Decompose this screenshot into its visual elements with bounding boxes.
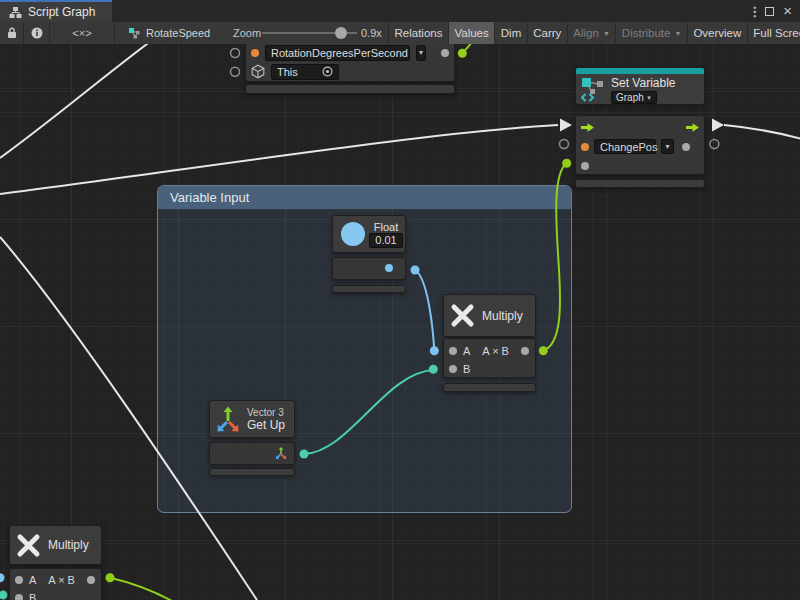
port-result[interactable] bbox=[521, 347, 529, 355]
wire-white-from-setvariable[interactable] bbox=[724, 125, 800, 139]
menu-kebab-icon[interactable]: ⋮ bbox=[748, 4, 756, 19]
target-object-field[interactable]: This bbox=[271, 64, 339, 80]
tab-title: Script Graph bbox=[28, 5, 95, 19]
variable-dropdown-arrow[interactable]: ▼ bbox=[416, 45, 426, 61]
code-view-button[interactable]: <×> bbox=[50, 22, 115, 44]
lock-icon bbox=[7, 27, 17, 39]
lock-button[interactable] bbox=[0, 22, 24, 44]
graph-canvas[interactable]: Variable Input bbox=[0, 44, 800, 600]
node-footer bbox=[575, 179, 705, 188]
align-button[interactable]: Align▼ bbox=[568, 22, 617, 44]
variable-dropdown-arrow[interactable]: ▼ bbox=[661, 139, 674, 154]
float-icon bbox=[341, 222, 365, 246]
node-type: Vector 3 bbox=[247, 407, 285, 418]
vector3-icon bbox=[213, 404, 243, 434]
node-float[interactable]: Float 0.01 bbox=[332, 215, 406, 293]
code-icon: <×> bbox=[72, 27, 91, 39]
values-button[interactable]: Values bbox=[449, 22, 495, 44]
zoom-value: 0.9x bbox=[361, 27, 382, 39]
variable-name-dropdown[interactable]: ChangePos bbox=[594, 139, 656, 154]
wire-white-topleft[interactable] bbox=[0, 44, 155, 158]
node-title: Get Up bbox=[247, 418, 285, 432]
node-title: Multiply bbox=[482, 309, 523, 323]
unity-script-graph-window: Script Graph ⋮ × <×> bbox=[0, 0, 800, 600]
info-icon bbox=[31, 27, 43, 39]
relations-button[interactable]: Relations bbox=[389, 22, 449, 44]
wire-green-top[interactable] bbox=[462, 44, 475, 53]
port-out-value[interactable] bbox=[682, 143, 690, 151]
wire-arrowhead-in bbox=[560, 119, 572, 132]
variable-kind-dropdown[interactable]: Graph▼ bbox=[611, 91, 657, 104]
graph-asset[interactable]: RotateSpeed bbox=[128, 22, 210, 44]
close-icon[interactable]: × bbox=[783, 6, 792, 16]
carry-button[interactable]: Carry bbox=[528, 22, 568, 44]
port-b[interactable] bbox=[449, 365, 457, 373]
node-title: Multiply bbox=[48, 538, 89, 552]
set-variable-icon bbox=[580, 76, 606, 102]
float-value-input[interactable]: 0.01 bbox=[369, 233, 403, 248]
port-input-value[interactable] bbox=[581, 162, 589, 170]
group-title: Variable Input bbox=[170, 190, 249, 205]
overview-button[interactable]: Overview bbox=[688, 22, 748, 44]
node-set-variable[interactable]: Set Variable Graph▼ ChangePos ▼ bbox=[575, 67, 705, 189]
flow-in-arrow[interactable] bbox=[581, 123, 594, 132]
port-float-out[interactable] bbox=[385, 264, 393, 272]
port-variable-name[interactable] bbox=[251, 49, 259, 57]
port-variable-name[interactable] bbox=[581, 143, 589, 151]
wire-green-bottom[interactable] bbox=[110, 578, 172, 600]
node-footer bbox=[209, 468, 295, 476]
node-get-up[interactable]: Vector 3 Get Up bbox=[209, 400, 295, 476]
multiply-icon bbox=[16, 533, 41, 558]
maximize-icon[interactable] bbox=[765, 7, 774, 16]
port-result[interactable] bbox=[87, 576, 95, 584]
info-button[interactable] bbox=[24, 22, 50, 44]
node-footer bbox=[443, 383, 536, 392]
node-multiply[interactable]: Multiply A A × B B bbox=[443, 294, 536, 392]
node-footer bbox=[245, 84, 455, 94]
graph-asset-name: RotateSpeed bbox=[146, 27, 210, 39]
tab-script-graph[interactable]: Script Graph bbox=[0, 0, 112, 22]
wire-arrowhead-out bbox=[712, 119, 724, 132]
zoom-label: Zoom bbox=[233, 27, 261, 39]
graph-toolbar: <×> RotateSpeed Zoom 0.9x Relations Valu… bbox=[0, 22, 800, 44]
port-b[interactable] bbox=[15, 594, 23, 600]
zoom-slider-handle[interactable] bbox=[335, 27, 347, 39]
node-title: Float bbox=[369, 221, 403, 233]
port-a[interactable] bbox=[15, 576, 23, 584]
group-header[interactable]: Variable Input bbox=[158, 186, 571, 209]
object-picker-icon[interactable] bbox=[322, 66, 333, 77]
distribute-button[interactable]: Distribute▼ bbox=[616, 22, 688, 44]
node-get-variable[interactable]: RotationDegreesPerSecond ▼ This bbox=[245, 44, 455, 94]
dim-button[interactable]: Dim bbox=[495, 22, 527, 44]
chevron-down-icon: ▼ bbox=[674, 30, 681, 37]
port-out[interactable] bbox=[441, 49, 449, 57]
title-bar: Script Graph ⋮ × bbox=[0, 0, 800, 22]
gameobject-cube-icon bbox=[251, 64, 265, 79]
node-title: Set Variable bbox=[611, 76, 675, 90]
wire-white-to-setvariable[interactable] bbox=[0, 125, 558, 194]
chevron-down-icon: ▼ bbox=[603, 30, 610, 37]
vector3-port-icon[interactable] bbox=[274, 446, 288, 460]
variable-name-dropdown[interactable]: RotationDegreesPerSecond bbox=[265, 45, 410, 61]
multiply-icon bbox=[450, 303, 475, 328]
port-a[interactable] bbox=[449, 347, 457, 355]
fullscreen-button[interactable]: Full Screen bbox=[748, 22, 800, 44]
script-graph-icon bbox=[9, 6, 22, 19]
node-multiply-2[interactable]: Multiply A A × B B bbox=[9, 525, 102, 600]
node-footer bbox=[332, 285, 406, 293]
flow-out-arrow[interactable] bbox=[686, 123, 699, 132]
graph-asset-icon bbox=[128, 27, 140, 39]
zoom-slider[interactable] bbox=[262, 22, 357, 44]
